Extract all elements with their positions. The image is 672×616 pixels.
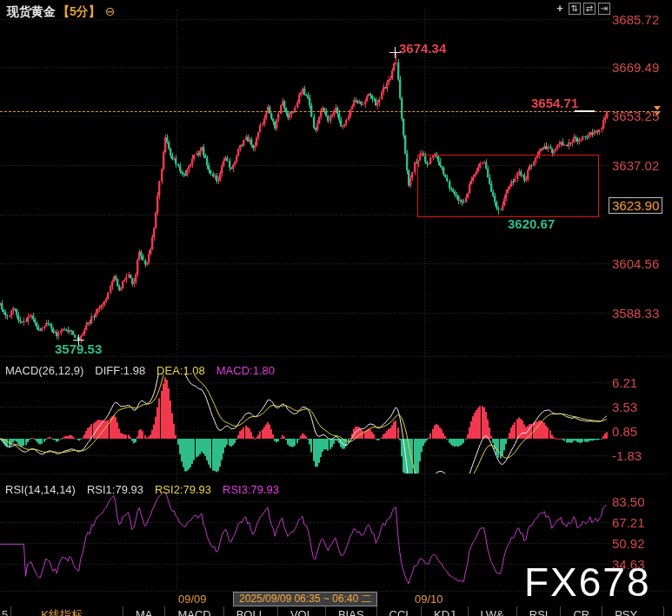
toolbar-item-rsi[interactable]: RSI [516,606,561,616]
rsi2-value: RSI2:79.93 [155,483,211,496]
toolbar-item-macd[interactable]: MACD [164,606,223,616]
x-axis-tick-0909: 09/09 [178,593,207,606]
marked-price-label: 3623.90 [609,197,662,214]
toolbar-edge-partial: 5 [0,606,10,616]
rsi-axis-label: 83.50 [612,494,645,509]
macd-value: MACD:1.80 [216,364,275,377]
macd-dea-value: DEA:1.08 [156,364,205,377]
toolbar-item-vol[interactable]: VOL [277,606,325,616]
chart-canvas[interactable] [0,0,672,616]
trading-chart-app: 现货黄金【5分】⊖ +⇅⇄⇥ 3674.34 3579.53 3654.71 3… [0,0,672,616]
toolbar-item-psy[interactable]: PSY [602,606,649,616]
macd-header: MACD(26,12,9)DIFF:1.98DEA:1.08MACD:1.80 [5,364,286,377]
rsi-header: RSI(14,14,14)RSI1:79.93RSI2:79.93RSI3:79… [5,483,290,496]
indicator-toolbar: 5K线指标MAMACDBOLLVOLBIASCCIKDJLW&RSICRPSY设… [0,606,672,616]
toolbar-item-lw[interactable]: LW& [468,606,516,616]
price-axis-label: 3604.56 [612,256,659,271]
crosshair-time-tooltip: 2025/09/09 06:35 ~ 06:40 二 [233,592,377,606]
price-axis-label: 3685.72 [612,12,659,27]
toolbar-item-kdj[interactable]: KDJ [421,606,468,616]
last-price-label: 3654.71 [531,96,578,110]
rsi-params-label: RSI(14,14,14) [5,483,76,496]
collapse-icon[interactable]: ⊖ [105,4,116,18]
toolbar-item-boll[interactable]: BOLL [223,606,277,616]
rsi3-value: RSI3:79.93 [223,483,279,496]
y-axis-scale-icon[interactable]: ⇅ [569,3,581,15]
x-axis-scale-icon[interactable]: ⇄ [583,3,595,15]
settings-button[interactable]: 设置 [663,606,672,616]
low-price-label: 3579.53 [55,341,102,356]
pan-tool-icon[interactable]: + [554,3,566,15]
toolbar-item-ma[interactable]: MA [123,606,165,616]
rsi1-value: RSI1:79.93 [87,483,143,496]
fx678-watermark: FX678 [524,559,651,606]
macd-params-label: MACD(26,12,9) [5,364,83,377]
macd-axis-label: 6.21 [612,375,637,390]
symbol-title: 现货黄金 [7,4,56,18]
chart-header: 现货黄金【5分】⊖ [7,4,116,20]
macd-axis-label: 0.85 [612,424,637,439]
macd-diff-value: DIFF:1.98 [95,364,145,377]
toolbar-item-cr[interactable]: CR [560,606,602,616]
price-axis-label: 3637.02 [612,158,659,173]
indicator-menu-button[interactable]: K线指标 [10,606,123,616]
macd-axis-label: 3.53 [612,400,637,414]
jump-to-latest-icon[interactable]: ⇥ [598,3,610,15]
current-price-line [0,111,658,112]
chart-tool-icons: +⇅⇄⇥ [554,3,610,15]
price-axis-label: 3653.25 [612,109,659,123]
price-axis-label: 3669.49 [612,60,659,75]
macd-axis-label: -1.83 [612,448,642,463]
price-axis-label: 3588.33 [612,306,659,321]
range-low-label: 3620.67 [508,216,555,231]
toolbar-item-cci[interactable]: CCI [376,606,421,616]
rsi-axis-label: 50.92 [612,536,645,551]
highlight-range-box [417,155,599,217]
toolbar-item-bias[interactable]: BIAS [325,606,376,616]
rsi-axis-label: 67.21 [612,515,645,530]
high-price-label: 3674.34 [399,41,446,56]
last-candle-marker [575,110,595,112]
period-label: 【5分】 [57,4,101,18]
x-axis-tick-0910: 09/10 [415,593,443,606]
